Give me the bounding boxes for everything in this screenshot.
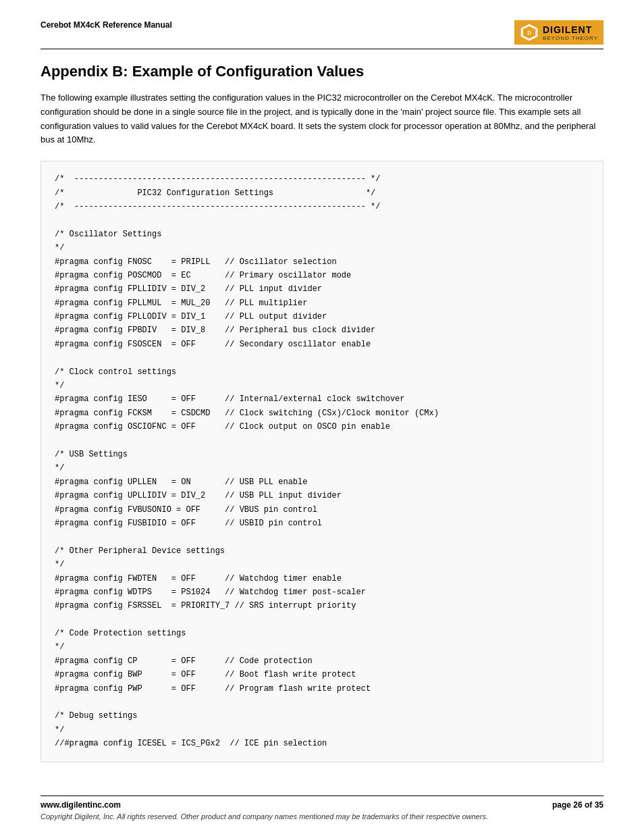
intro-paragraph: The following example illustrates settin… [41, 91, 603, 147]
page-header: Cerebot MX4cK Reference Manual D DIGILEN… [41, 20, 603, 49]
document-title: Cerebot MX4cK Reference Manual [41, 20, 172, 30]
copyright-text: Copyright Digilent, Inc. All rights rese… [41, 812, 488, 820]
website-url: www.digilentinc.com [41, 800, 488, 810]
logo-text: DIGILENT BEYOND THEORY [543, 24, 598, 41]
code-block: /* -------------------------------------… [41, 161, 603, 762]
logo-brand: DIGILENT [543, 24, 598, 35]
logo-area: D DIGILENT BEYOND THEORY [514, 20, 603, 45]
page-footer: www.digilentinc.com Copyright Digilent, … [41, 796, 603, 820]
page-number: page 26 of 35 [552, 800, 603, 810]
footer-left: www.digilentinc.com Copyright Digilent, … [41, 800, 488, 820]
digilent-logo-icon: D [520, 23, 539, 42]
page-title: Appendix B: Example of Configuration Val… [41, 63, 603, 80]
logo-box: D DIGILENT BEYOND THEORY [514, 20, 603, 45]
page-container: Cerebot MX4cK Reference Manual D DIGILEN… [0, 0, 644, 834]
svg-text:D: D [527, 30, 531, 36]
logo-tagline: BEYOND THEORY [543, 35, 598, 41]
